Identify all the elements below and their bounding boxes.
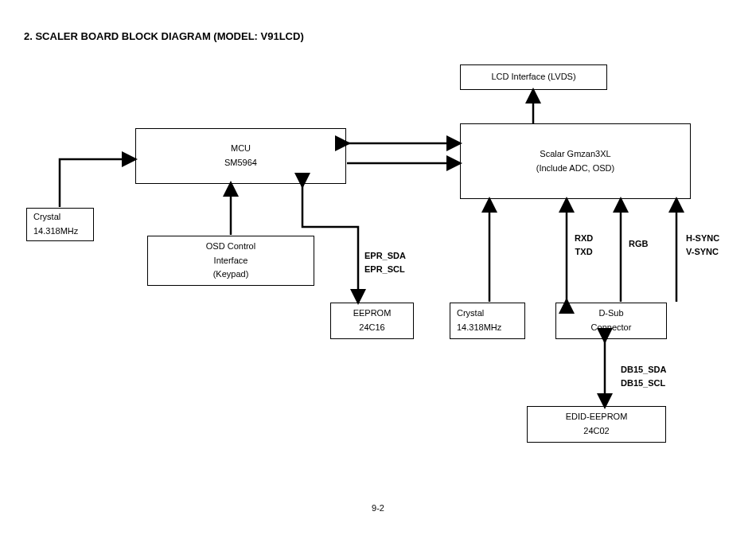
signal-vsync: V-SYNC xyxy=(686,245,719,259)
block-osd-l2: Interface xyxy=(214,254,248,268)
signal-hsync: H-SYNC xyxy=(686,232,719,245)
page-title: 2. SCALER BOARD BLOCK DIAGRAM (MODEL: V9… xyxy=(24,30,304,42)
block-osd-l1: OSD Control xyxy=(206,240,255,254)
block-lcd: LCD Interface (LVDS) xyxy=(460,64,607,90)
block-crystal1-l1: Crystal xyxy=(33,210,60,225)
block-osd: OSD Control Interface (Keypad) xyxy=(147,236,314,286)
block-edid-l1: EDID-EEPROM xyxy=(566,410,628,424)
block-lcd-label: LCD Interface (LVDS) xyxy=(491,70,575,84)
block-crystal2-l2: 14.318MHz xyxy=(457,321,501,335)
block-edid: EDID-EEPROM 24C02 xyxy=(527,406,666,443)
block-scalar: Scalar Gmzan3XL (Include ADC, OSD) xyxy=(460,123,691,199)
page-number: 9-2 xyxy=(0,503,756,513)
block-crystal2-l1: Crystal xyxy=(457,307,484,321)
block-eeprom-l2: 24C16 xyxy=(359,321,384,335)
signal-epr-sda: EPR_SDA xyxy=(364,249,406,263)
block-crystal2: Crystal 14.318MHz xyxy=(450,303,525,339)
block-crystal1: Crystal 14.318MHz xyxy=(26,208,94,241)
signal-txd: TXD xyxy=(575,245,593,259)
signal-db15-scl: DB15_SCL xyxy=(621,377,666,390)
signal-db15: DB15_SDA DB15_SCL xyxy=(621,363,666,389)
block-mcu: MCU SM5964 xyxy=(135,128,346,184)
block-edid-l2: 24C02 xyxy=(583,424,609,439)
block-dsub-l2: Connector xyxy=(591,321,632,335)
block-dsub: D-Sub Connector xyxy=(555,303,667,339)
block-mcu-l2: SM5964 xyxy=(224,156,257,170)
block-crystal1-l2: 14.318MHz xyxy=(33,225,78,239)
signal-sync: H-SYNC V-SYNC xyxy=(686,232,719,258)
block-scalar-l2: (Include ADC, OSD) xyxy=(536,162,614,176)
block-osd-l3: (Keypad) xyxy=(213,268,249,282)
block-eeprom: EEPROM 24C16 xyxy=(330,303,414,339)
block-dsub-l1: D-Sub xyxy=(598,307,623,321)
signal-epr: EPR_SDA EPR_SCL xyxy=(364,249,406,275)
signal-rxd: RXD xyxy=(575,232,593,245)
block-eeprom-l1: EEPROM xyxy=(353,307,392,321)
signal-rxtx: RXD TXD xyxy=(575,232,593,258)
signal-rgb: RGB xyxy=(629,237,648,251)
signal-db15-sda: DB15_SDA xyxy=(621,363,666,377)
signal-epr-scl: EPR_SCL xyxy=(364,263,406,276)
block-mcu-l1: MCU xyxy=(231,142,251,156)
block-scalar-l1: Scalar Gmzan3XL xyxy=(540,147,610,162)
